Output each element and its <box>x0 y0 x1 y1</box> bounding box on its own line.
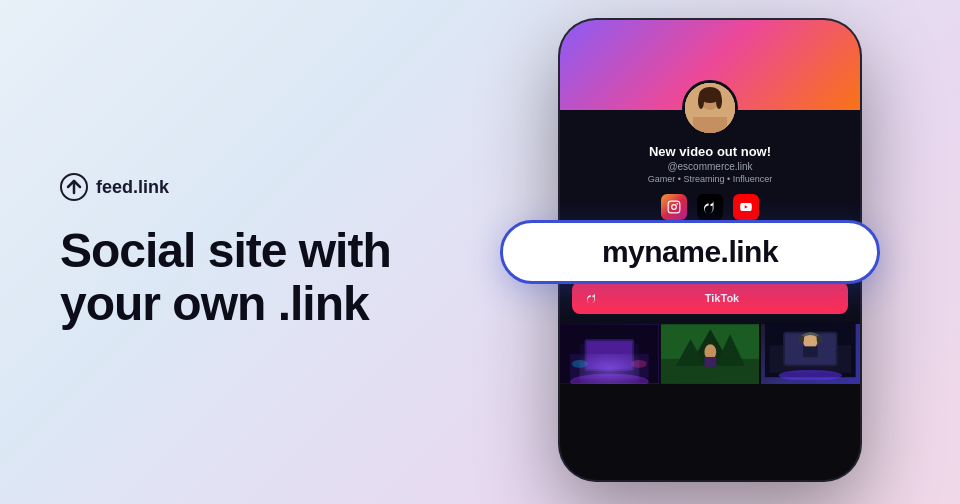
svg-rect-18 <box>560 369 659 374</box>
photo-image-2 <box>661 324 760 384</box>
photo-cell-3 <box>761 324 860 384</box>
url-bar[interactable]: myname.link <box>500 220 880 284</box>
photo-cell-2 <box>661 324 760 384</box>
svg-point-6 <box>698 93 704 109</box>
headline: Social site with your own .link <box>60 225 480 331</box>
left-section: feed.link Social site with your own .lin… <box>60 0 480 504</box>
gaming-cell-1 <box>560 324 659 384</box>
instagram-icon[interactable] <box>661 194 687 220</box>
gaming-image-1 <box>560 324 659 384</box>
url-text: myname.link <box>602 235 778 269</box>
profile-handle: @escommerce.link <box>580 161 840 172</box>
svg-point-19 <box>570 374 649 384</box>
photo-image-3 <box>765 320 856 380</box>
tiktok-icon[interactable] <box>697 194 723 220</box>
avatar-wrapper <box>682 80 738 136</box>
svg-point-7 <box>716 93 722 109</box>
phone-profile: New video out now! @escommerce.link Game… <box>560 110 860 236</box>
photo-grid <box>560 324 860 384</box>
profile-bio: Gamer • Streaming • Influencer <box>580 174 840 184</box>
social-icons <box>580 194 840 220</box>
svg-rect-37 <box>817 335 822 342</box>
svg-rect-8 <box>668 201 680 213</box>
profile-name: New video out now! <box>580 144 840 159</box>
brand-icon <box>60 173 88 201</box>
tiktok-btn-icon <box>584 290 600 306</box>
svg-rect-14 <box>570 354 649 379</box>
svg-point-10 <box>676 203 678 205</box>
avatar <box>682 80 738 136</box>
svg-rect-4 <box>693 117 727 133</box>
svg-rect-35 <box>803 346 818 357</box>
svg-rect-36 <box>799 335 804 342</box>
brand-logo: feed.link <box>60 173 480 201</box>
avatar-image <box>685 83 735 133</box>
svg-point-9 <box>672 205 677 210</box>
brand-name: feed.link <box>96 177 169 198</box>
tiktok-link-btn[interactable]: TikTok <box>572 282 848 314</box>
svg-point-21 <box>631 360 647 368</box>
svg-rect-29 <box>704 357 716 367</box>
avatar-inner <box>685 83 735 133</box>
tiktok-label: TikTok <box>608 292 836 304</box>
headline-line2: your own .link <box>60 277 369 330</box>
svg-point-20 <box>572 360 588 368</box>
headline-line1: Social site with <box>60 224 391 277</box>
photo-cell-1 <box>560 324 659 384</box>
youtube-icon[interactable] <box>733 194 759 220</box>
svg-rect-17 <box>587 341 632 369</box>
phone-mockup-section: myname.link <box>540 20 880 500</box>
